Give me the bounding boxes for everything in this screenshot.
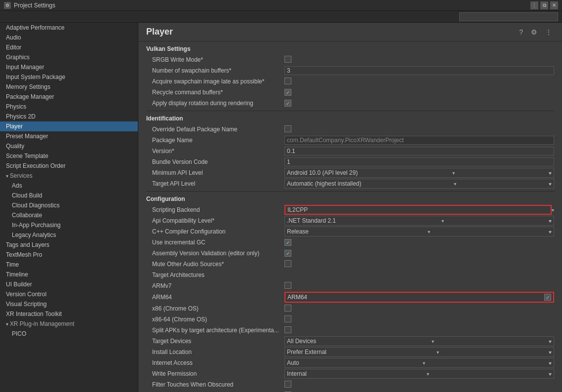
section-header-configuration: Configuration bbox=[146, 196, 554, 202]
dropdown[interactable]: Prefer External▾ bbox=[284, 347, 554, 357]
sidebar-item-ui-builder[interactable]: UI Builder bbox=[0, 279, 138, 289]
checkbox[interactable] bbox=[284, 100, 291, 107]
setting-label: Apply display rotation during rendering bbox=[146, 100, 284, 107]
checkbox[interactable] bbox=[284, 260, 291, 267]
sidebar-item-audio[interactable]: Audio bbox=[0, 33, 138, 42]
sidebar-item-cloud-diagnostics[interactable]: Cloud Diagnostics bbox=[0, 200, 138, 210]
setting-label: SRGB Write Mode* bbox=[146, 56, 284, 63]
dropdown[interactable]: .NET Standard 2.1▾ bbox=[284, 216, 554, 226]
setting-row: Scripting BackendIL2CPP▾ bbox=[146, 204, 554, 215]
content-area: Player ? ⚙ ⋮ Vulkan SettingsSRGB Write M… bbox=[138, 23, 562, 392]
setting-value bbox=[284, 315, 554, 324]
sidebar-item-package-manager[interactable]: Package Manager bbox=[0, 92, 138, 102]
sidebar-item-cloud-build[interactable]: Cloud Build bbox=[0, 191, 138, 200]
setting-row: Recycle command buffers* bbox=[146, 87, 554, 98]
number-input[interactable] bbox=[284, 157, 554, 166]
checkbox[interactable] bbox=[284, 282, 291, 289]
sidebar-item-physics[interactable]: Physics bbox=[0, 102, 138, 112]
more-icon[interactable]: ⋮ bbox=[543, 27, 554, 37]
sidebar-item-ads[interactable]: Ads bbox=[0, 181, 138, 191]
checkbox[interactable] bbox=[284, 250, 291, 257]
sidebar-item-textmesh-pro[interactable]: TextMesh Pro bbox=[0, 250, 138, 260]
sidebar-item-input-system-package[interactable]: Input System Package bbox=[0, 72, 138, 82]
checkbox[interactable] bbox=[284, 239, 291, 246]
setting-value: Internal▾ bbox=[284, 369, 554, 379]
sidebar-item-collaborate[interactable]: Collaborate bbox=[0, 210, 138, 220]
help-icon[interactable]: ? bbox=[517, 27, 525, 37]
sidebar-item-xr-plug-in-management[interactable]: XR Plug-in Management bbox=[0, 319, 138, 329]
setting-row: Apply display rotation during rendering bbox=[146, 98, 554, 109]
sidebar-item-timeline[interactable]: Timeline bbox=[0, 270, 138, 279]
dropdown[interactable]: Automatic (highest installed)▾ bbox=[284, 179, 554, 189]
setting-label: Recycle command buffers* bbox=[146, 89, 284, 96]
sidebar-item-adaptive-performance[interactable]: Adaptive Performance bbox=[0, 23, 138, 33]
sidebar-item-memory-settings[interactable]: Memory Settings bbox=[0, 82, 138, 92]
setting-row: Install LocationPrefer External▾ bbox=[146, 347, 554, 357]
sidebar-item-xr-interaction-toolkit[interactable]: XR Interaction Toolkit bbox=[0, 309, 138, 319]
sidebar-item-player[interactable]: Player bbox=[0, 121, 138, 131]
sidebar-item-editor[interactable]: Editor bbox=[0, 42, 138, 52]
checkbox[interactable] bbox=[284, 326, 291, 333]
setting-label: Mute Other Audio Sources* bbox=[146, 261, 284, 268]
sidebar-item-tags-and-layers[interactable]: Tags and Layers bbox=[0, 240, 138, 250]
setting-row: Bundle Version Code bbox=[146, 157, 554, 167]
sidebar-item-input-manager[interactable]: Input Manager bbox=[0, 62, 138, 72]
setting-label: Target Architectures bbox=[146, 272, 284, 278]
sidebar-item-quality[interactable]: Quality bbox=[0, 141, 138, 151]
setting-label: Install Location bbox=[146, 349, 284, 355]
checkbox[interactable] bbox=[544, 294, 551, 301]
dropdown[interactable]: Internal▾ bbox=[284, 369, 554, 379]
setting-label: Internet Access bbox=[146, 359, 284, 366]
search-bar bbox=[0, 11, 562, 23]
sidebar-item-physics-2d[interactable]: Physics 2D bbox=[0, 112, 138, 121]
checkbox[interactable] bbox=[284, 381, 291, 388]
setting-row: Write PermissionInternal▾ bbox=[146, 368, 554, 379]
text-input[interactable] bbox=[284, 147, 554, 156]
setting-value bbox=[284, 239, 554, 246]
setting-value bbox=[284, 100, 554, 107]
title-bar: ⚙ Project Settings ⋮ ⧉ ✕ bbox=[0, 0, 562, 11]
settings-icon[interactable]: ⚙ bbox=[529, 27, 539, 37]
search-input[interactable] bbox=[459, 12, 558, 21]
number-input[interactable] bbox=[284, 66, 554, 75]
dropdown[interactable]: Android 10.0 (API level 29)▾ bbox=[284, 168, 554, 178]
title-bar-title: Project Settings bbox=[14, 2, 530, 9]
sidebar-item-in-app-purchasing[interactable]: In-App Purchasing bbox=[0, 220, 138, 230]
setting-value: All Devices▾ bbox=[284, 336, 554, 346]
checkbox[interactable] bbox=[284, 78, 291, 84]
sidebar-item-time[interactable]: Time bbox=[0, 260, 138, 270]
title-bar-close-btn[interactable]: ✕ bbox=[550, 1, 558, 9]
checkbox[interactable] bbox=[284, 305, 291, 312]
title-bar-restore-btn[interactable]: ⧉ bbox=[540, 1, 548, 9]
setting-value bbox=[284, 136, 554, 145]
sidebar-item-version-control[interactable]: Version Control bbox=[0, 289, 138, 299]
content-header: Player ? ⚙ ⋮ bbox=[138, 23, 562, 41]
checkbox[interactable] bbox=[284, 315, 291, 322]
setting-label: Bundle Version Code bbox=[146, 158, 284, 165]
section-header-identification: Identification bbox=[146, 115, 554, 122]
sidebar-item-preset-manager[interactable]: Preset Manager bbox=[0, 131, 138, 141]
checkbox[interactable] bbox=[284, 89, 291, 96]
sidebar-item-graphics[interactable]: Graphics bbox=[0, 52, 138, 62]
sidebar-item-script-execution-order[interactable]: Script Execution Order bbox=[0, 161, 138, 171]
setting-row: SRGB Write Mode* bbox=[146, 54, 554, 65]
checkbox[interactable] bbox=[284, 56, 291, 63]
setting-value bbox=[284, 250, 554, 257]
scripting-backend-highlighted[interactable]: IL2CPP bbox=[284, 205, 552, 215]
title-bar-menu-btn[interactable]: ⋮ bbox=[530, 1, 538, 9]
setting-label: Write Permission bbox=[146, 370, 284, 377]
setting-row: Use incremental GC bbox=[146, 237, 554, 248]
sidebar-item-pico[interactable]: PICO bbox=[0, 329, 138, 339]
dropdown[interactable]: All Devices▾ bbox=[284, 336, 554, 346]
setting-label: x86-64 (Chrome OS) bbox=[146, 316, 284, 323]
sidebar-item-legacy-analytics[interactable]: Legacy Analytics bbox=[0, 230, 138, 240]
sidebar-item-visual-scripting[interactable]: Visual Scripting bbox=[0, 299, 138, 309]
setting-row: Split APKs by target architecture (Exper… bbox=[146, 325, 554, 336]
setting-label: Package Name bbox=[146, 137, 284, 144]
checkbox[interactable] bbox=[284, 125, 291, 132]
sidebar-item-scene-template[interactable]: Scene Template bbox=[0, 151, 138, 161]
setting-row: Override Default Package Name bbox=[146, 124, 554, 135]
sidebar-item-services[interactable]: Services bbox=[0, 171, 138, 181]
dropdown[interactable]: Auto▾ bbox=[284, 358, 554, 368]
dropdown[interactable]: Release▾ bbox=[284, 227, 554, 236]
